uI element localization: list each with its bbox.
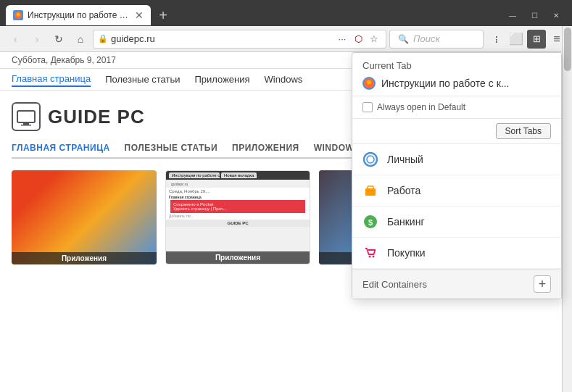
svg-point-13 bbox=[369, 256, 371, 258]
container-personal-icon bbox=[362, 151, 378, 167]
container-work-icon bbox=[362, 183, 378, 199]
svg-point-8 bbox=[367, 156, 374, 163]
search-bar[interactable]: 🔍 Поиск bbox=[389, 30, 484, 49]
address-bar[interactable]: 🔒 guidepc.ru ··· ⬡ ☆ bbox=[93, 30, 386, 49]
mini-tab-2: Новая вкладка bbox=[221, 172, 257, 178]
close-button[interactable]: ✕ bbox=[546, 8, 566, 22]
container-item-personal[interactable]: Личный bbox=[352, 144, 561, 175]
containers-dropdown: Current Tab Инструкции по работе с к... … bbox=[352, 52, 562, 299]
always-open-checkbox[interactable] bbox=[362, 102, 373, 112]
panel-footer: Edit Containers + bbox=[352, 269, 561, 299]
menu-apps[interactable]: ПРИЛОЖЕНИЯ bbox=[232, 143, 299, 153]
thumbnail-1-label: Приложения bbox=[12, 252, 157, 264]
container-banking-icon: $ bbox=[362, 214, 378, 230]
url-text: guidepc.ru bbox=[111, 33, 332, 44]
container-item-shopping[interactable]: Покупки bbox=[352, 238, 561, 269]
active-tab[interactable]: Инструкции по работе с комп... ✕ bbox=[6, 5, 151, 25]
logo-icon bbox=[12, 102, 41, 131]
current-tab-title: Инструкции по работе с к... bbox=[381, 78, 551, 89]
scrollbar-thumb[interactable] bbox=[564, 28, 571, 71]
search-icon: 🔍 bbox=[396, 32, 410, 46]
site-nav-apps[interactable]: Приложения bbox=[195, 72, 250, 86]
svg-text:$: $ bbox=[368, 218, 373, 227]
tab-favicon bbox=[13, 10, 23, 20]
svg-point-14 bbox=[373, 256, 375, 258]
menu-home[interactable]: ГЛАВНАЯ СТРАНИЦА bbox=[12, 143, 110, 153]
sort-tabs-row: Sort Tabs bbox=[352, 119, 561, 144]
home-button[interactable]: ⌂ bbox=[71, 30, 90, 49]
tab-title: Инструкции по работе с комп... bbox=[28, 10, 130, 20]
edit-containers-button[interactable]: Edit Containers bbox=[362, 279, 427, 290]
window-controls: — ☐ ✕ bbox=[502, 8, 566, 22]
site-nav-windows[interactable]: Windows bbox=[265, 72, 303, 86]
svg-point-6 bbox=[367, 80, 371, 85]
sort-tabs-button[interactable]: Sort Tabs bbox=[496, 123, 551, 139]
container-banking-label: Банкинг bbox=[387, 216, 425, 228]
panel-header: Current Tab bbox=[352, 53, 561, 74]
svg-rect-2 bbox=[17, 111, 35, 122]
new-tab-button[interactable]: + bbox=[154, 6, 173, 25]
svg-rect-10 bbox=[368, 186, 373, 189]
scrollbar[interactable] bbox=[562, 26, 572, 392]
svg-rect-4 bbox=[21, 125, 31, 126]
thumbnail-2[interactable]: Инструкции по работе с к... Новая вкладк… bbox=[165, 170, 310, 264]
current-tab-icon bbox=[362, 77, 376, 90]
svg-rect-3 bbox=[23, 122, 29, 125]
maximize-button[interactable]: ☐ bbox=[524, 8, 544, 22]
svg-point-1 bbox=[17, 13, 20, 17]
site-nav-home[interactable]: Главная страница bbox=[12, 72, 91, 87]
forward-button[interactable]: › bbox=[28, 30, 46, 49]
thumbnail-2-label: Приложения bbox=[166, 251, 310, 264]
container-item-banking[interactable]: $ Банкинг bbox=[352, 207, 561, 238]
tab-bar: Инструкции по работе с комп... ✕ + — ☐ ✕ bbox=[0, 0, 572, 26]
synced-tabs-icon[interactable]: ⬜ bbox=[507, 30, 526, 49]
minimize-button[interactable]: — bbox=[502, 8, 523, 22]
container-work-label: Работа bbox=[387, 185, 420, 196]
back-button[interactable]: ‹ bbox=[6, 30, 25, 49]
mini-address: guidepc.ru bbox=[169, 180, 307, 187]
browser-toolbar: ‹ › ↻ ⌂ 🔒 guidepc.ru ··· ⬡ ☆ 🔍 Поиск ⫶ ⬜… bbox=[0, 26, 572, 52]
containers-icon[interactable]: ⊞ bbox=[527, 30, 546, 49]
site-date: Суббота, Декабрь 9, 2017 bbox=[12, 55, 116, 65]
bookmark-icon[interactable]: ☆ bbox=[367, 32, 381, 46]
add-container-button[interactable]: + bbox=[534, 275, 551, 293]
container-list: Личный Работа $ Банкинг bbox=[352, 144, 561, 269]
toolbar-icons: ⫶ ⬜ ⊞ ≡ bbox=[486, 30, 566, 49]
always-open-label: Always open in Default bbox=[377, 102, 465, 112]
site-logo-text: GUIDE PC bbox=[48, 106, 145, 128]
security-icon: 🔒 bbox=[98, 34, 108, 43]
container-shopping-icon bbox=[362, 245, 378, 261]
more-icon[interactable]: ··· bbox=[335, 32, 349, 46]
search-placeholder: Поиск bbox=[413, 33, 440, 44]
pocket-icon[interactable]: ⬡ bbox=[351, 32, 365, 46]
thumbnail-1[interactable]: Приложения bbox=[12, 170, 157, 264]
svg-point-7 bbox=[364, 153, 377, 166]
library-icon[interactable]: ⫶ bbox=[486, 30, 505, 49]
always-open-default-row: Always open in Default bbox=[352, 96, 561, 119]
container-personal-label: Личный bbox=[387, 154, 423, 165]
mini-tab-1: Инструкции по работе с к... bbox=[169, 172, 220, 178]
container-item-work[interactable]: Работа bbox=[352, 175, 561, 207]
mini-pocket-overlay: Сохранено в PocketУдалить страницу | Про… bbox=[170, 200, 305, 213]
container-shopping-label: Покупки bbox=[387, 247, 426, 259]
tab-close-button[interactable]: ✕ bbox=[135, 9, 144, 21]
reload-button[interactable]: ↻ bbox=[49, 30, 68, 49]
current-tab-row: Инструкции по работе с к... bbox=[352, 74, 561, 96]
menu-articles[interactable]: ПОЛЕЗНЫЕ СТАТЬИ bbox=[125, 143, 217, 153]
site-nav-articles[interactable]: Полезные статьи bbox=[105, 72, 180, 86]
